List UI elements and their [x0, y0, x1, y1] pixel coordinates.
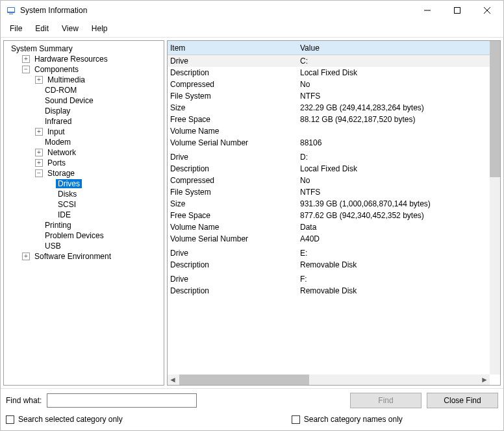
scroll-left-icon[interactable]: ◄: [168, 375, 178, 385]
cell-item: Drive: [170, 56, 300, 66]
vertical-scrollbar[interactable]: [490, 41, 500, 375]
tree-scsi[interactable]: SCSI: [47, 199, 162, 210]
table-row[interactable]: DescriptionLocal Fixed Disk: [168, 67, 490, 79]
expand-icon[interactable]: +: [35, 149, 43, 156]
cell-value: NTFS: [300, 188, 487, 197]
tree-input[interactable]: +Input: [34, 127, 162, 137]
scroll-right-icon[interactable]: ►: [479, 375, 490, 385]
tree-printing[interactable]: Printing: [34, 220, 162, 230]
table-row[interactable]: File SystemNTFS: [168, 90, 490, 102]
tree-components[interactable]: −Components: [21, 64, 162, 75]
table-row[interactable]: Volume Serial Number88106: [168, 137, 490, 149]
tree-cdrom[interactable]: CD-ROM: [34, 85, 162, 95]
find-input[interactable]: [47, 393, 196, 408]
cell-value: No: [300, 176, 487, 185]
collapse-icon[interactable]: −: [35, 169, 43, 177]
tree-sound-device[interactable]: Sound Device: [34, 95, 162, 106]
table-row[interactable]: Size232.29 GB (249,414,283,264 bytes): [168, 102, 490, 114]
tree-usb[interactable]: USB: [34, 241, 162, 251]
checkbox-search-selected-category[interactable]: Search selected category only: [6, 415, 123, 424]
cell-item: Description: [170, 260, 300, 269]
table-row[interactable]: File SystemNTFS: [168, 186, 490, 198]
tree-multimedia[interactable]: +Multimedia: [34, 75, 162, 85]
tree-problem-devices[interactable]: Problem Devices: [34, 230, 162, 241]
checkbox-box: [6, 415, 14, 424]
table-row[interactable]: DescriptionRemovable Disk: [168, 285, 490, 297]
tree-system-summary[interactable]: System Summary: [8, 43, 162, 54]
menubar: File Edit View Help: [1, 20, 503, 38]
tree-drives[interactable]: Drives: [47, 179, 162, 189]
scroll-thumb[interactable]: [490, 41, 500, 177]
table-row[interactable]: Volume NameData: [168, 221, 490, 233]
table-row[interactable]: DriveF:: [168, 273, 490, 285]
tree-modem[interactable]: Modem: [34, 137, 162, 147]
table-row[interactable]: DriveC:: [168, 55, 490, 67]
expand-icon[interactable]: +: [35, 128, 43, 136]
table-row[interactable]: Volume Name: [168, 125, 490, 137]
expand-icon[interactable]: +: [35, 76, 43, 84]
cell-value: D:: [300, 153, 487, 162]
checkbox-search-category-names[interactable]: Search category names only: [292, 415, 403, 424]
cell-item: Free Space: [170, 211, 300, 220]
find-button[interactable]: Find: [350, 393, 422, 408]
tree-ide[interactable]: IDE: [47, 210, 162, 220]
table-row[interactable]: Volume Serial NumberA40D: [168, 233, 490, 245]
menu-file[interactable]: File: [3, 21, 29, 36]
table-row[interactable]: DriveE:: [168, 247, 490, 259]
expand-icon[interactable]: +: [22, 252, 30, 260]
cell-item: Drive: [170, 275, 300, 284]
table-row[interactable]: Free Space877.62 GB (942,340,452,352 byt…: [168, 210, 490, 221]
horizontal-scrollbar[interactable]: ◄ ►: [168, 375, 490, 385]
tree-hardware-resources[interactable]: +Hardware Resources: [21, 54, 162, 64]
cell-value: [300, 127, 487, 136]
tree-display[interactable]: Display: [34, 106, 162, 116]
cell-item: Description: [170, 68, 300, 77]
table-row[interactable]: Free Space88.12 GB (94,622,187,520 bytes…: [168, 114, 490, 125]
cell-item: Description: [170, 286, 300, 295]
tree-storage[interactable]: −Storage: [34, 168, 162, 179]
menu-view[interactable]: View: [55, 21, 85, 36]
expand-icon[interactable]: +: [35, 159, 43, 167]
titlebar[interactable]: System Information: [1, 1, 503, 20]
menu-help[interactable]: Help: [85, 21, 114, 36]
window-system-information: System Information File Edit View Help S…: [0, 0, 504, 431]
table-row[interactable]: DriveD:: [168, 151, 490, 163]
svg-rect-4: [455, 8, 460, 14]
cell-value: NTFS: [300, 92, 487, 101]
expand-icon[interactable]: +: [22, 55, 30, 63]
tree-software-environment[interactable]: +Software Environment: [21, 251, 162, 262]
column-value[interactable]: Value: [300, 43, 320, 53]
checkbox-label: Search selected category only: [18, 415, 123, 424]
column-item[interactable]: Item: [170, 43, 300, 53]
cell-value: 877.62 GB (942,340,452,352 bytes): [300, 211, 487, 220]
minimize-button[interactable]: [412, 1, 442, 20]
table-row[interactable]: DescriptionRemovable Disk: [168, 259, 490, 271]
close-find-button[interactable]: Close Find: [427, 393, 498, 408]
cell-value: Local Fixed Disk: [300, 164, 487, 173]
svg-rect-1: [8, 8, 14, 12]
cell-value: 931.39 GB (1,000,068,870,144 bytes): [300, 199, 487, 208]
table-row[interactable]: CompressedNo: [168, 175, 490, 186]
close-button[interactable]: [472, 1, 502, 20]
details-list[interactable]: DriveC:DescriptionLocal Fixed DiskCompre…: [168, 55, 490, 375]
tree-pane[interactable]: System Summary +Hardware Resources −Comp…: [3, 40, 164, 386]
cell-item: Volume Serial Number: [170, 138, 300, 147]
table-row[interactable]: CompressedNo: [168, 79, 490, 90]
tree-infrared[interactable]: Infrared: [34, 116, 162, 127]
scroll-thumb[interactable]: [179, 375, 309, 385]
menu-edit[interactable]: Edit: [29, 21, 55, 36]
cell-item: Free Space: [170, 115, 300, 124]
svg-rect-2: [9, 14, 13, 14]
tree-network[interactable]: +Network: [34, 147, 162, 158]
table-row[interactable]: DescriptionLocal Fixed Disk: [168, 163, 490, 175]
maximize-button[interactable]: [442, 1, 472, 20]
table-row[interactable]: Size931.39 GB (1,000,068,870,144 bytes): [168, 198, 490, 210]
checkbox-box: [292, 415, 300, 424]
cell-value: Removable Disk: [300, 260, 487, 269]
cell-value: F:: [300, 275, 487, 284]
tree-disks[interactable]: Disks: [47, 189, 162, 199]
collapse-icon[interactable]: −: [22, 66, 30, 73]
tree-ports[interactable]: +Ports: [34, 158, 162, 168]
column-headers[interactable]: Item Value: [168, 41, 490, 55]
cell-value: Local Fixed Disk: [300, 68, 487, 77]
